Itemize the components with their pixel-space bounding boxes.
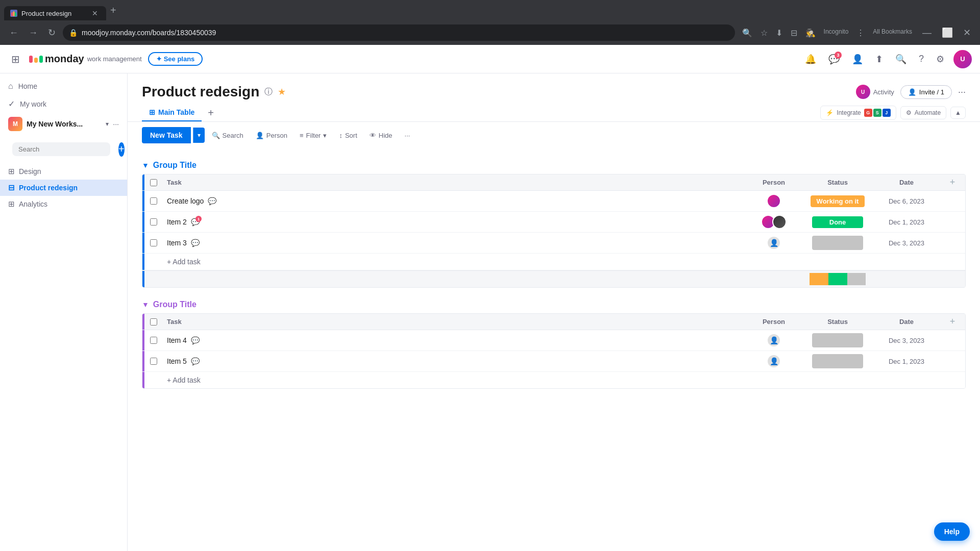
g2-header-add-col[interactable]: + (940, 316, 965, 327)
board-star-icon[interactable]: ★ (278, 86, 286, 97)
status-badge[interactable]: Done (812, 216, 863, 228)
row-1-check[interactable] (144, 197, 163, 205)
workspace-more-btn[interactable]: ··· (113, 120, 119, 128)
see-plans-btn[interactable]: ✦ See plans (148, 52, 203, 66)
browser-search-btn[interactable]: 🔍 (739, 25, 755, 41)
row-2-task-name[interactable]: Item 2 (167, 218, 187, 226)
sidebar-search-input[interactable] (12, 142, 110, 156)
board-info-icon[interactable]: ⓘ (264, 87, 273, 97)
row-5-checkbox[interactable] (150, 358, 157, 365)
invite-btn[interactable]: 👤 Invite / 1 (900, 85, 952, 99)
upgrade-btn[interactable]: ⬆ (872, 51, 886, 68)
row-4-date[interactable]: Dec 3, 2023 (873, 334, 940, 347)
status-badge-empty[interactable] (812, 354, 863, 368)
board-more-btn[interactable]: ··· (958, 87, 966, 97)
workspace-item[interactable]: M My New Works... ▾ ··· (0, 113, 127, 135)
browser-bookmark-btn[interactable]: ☆ (757, 25, 771, 41)
chat-icon[interactable]: 💬 1 (191, 218, 200, 226)
help-btn-header[interactable]: ? (916, 51, 927, 67)
toolbar-hide-btn[interactable]: 👁 Hide (364, 128, 398, 143)
row-3-date[interactable]: Dec 3, 2023 (873, 236, 940, 250)
add-task-cell[interactable]: + Add task (163, 254, 746, 270)
row-4-task-name[interactable]: Item 4 (167, 336, 187, 344)
toolbar-person-btn[interactable]: 👤 Person (251, 128, 292, 143)
row-2-status[interactable]: Done (802, 214, 873, 230)
activity-btn[interactable]: U Activity (856, 85, 894, 99)
toolbar-search-btn[interactable]: 🔍 Search (207, 128, 249, 143)
global-search-btn[interactable]: 🔍 (892, 51, 910, 68)
new-tab-btn[interactable]: + (106, 3, 120, 18)
collapse-tabs-btn[interactable]: ▲ (950, 107, 966, 119)
group-2-title[interactable]: Group Title (153, 300, 197, 309)
g2-add-task-cell[interactable]: + Add task (163, 372, 746, 388)
row-4-person[interactable]: 👤 (746, 330, 802, 350)
row-2-check[interactable] (144, 218, 163, 226)
sidebar-item-product-redesign[interactable]: ⊟ Product redesign (0, 180, 127, 196)
incognito-btn[interactable]: 🕵 (802, 25, 819, 41)
automate-btn[interactable]: ⚙ Automate (900, 106, 946, 119)
row-4-status[interactable] (802, 331, 873, 349)
tab-close-btn[interactable]: ✕ (92, 9, 98, 17)
g2-header-checkbox[interactable] (150, 318, 157, 325)
sidebar-item-my-work[interactable]: ✓ My work (0, 95, 127, 113)
browser-sidebar-btn[interactable]: ⊟ (788, 25, 800, 41)
row-3-person[interactable]: 👤 (746, 233, 802, 253)
toolbar-filter-btn[interactable]: ≡ Filter ▾ (295, 128, 332, 143)
person-avatar-2[interactable] (772, 215, 787, 229)
minimize-btn[interactable]: — (919, 24, 935, 41)
refresh-btn[interactable]: ↻ (45, 24, 59, 41)
help-floating-btn[interactable]: Help (934, 522, 970, 541)
new-task-dropdown-btn[interactable]: ▾ (193, 128, 205, 143)
browser-menu-btn[interactable]: ⋮ (853, 25, 868, 41)
sidebar-item-design[interactable]: ⊞ Design (0, 163, 127, 180)
address-bar[interactable]: 🔒 moodjoy.monday.com/boards/1830450039 (63, 24, 735, 41)
add-tab-btn[interactable]: + (204, 105, 218, 121)
row-2-date[interactable]: Dec 1, 2023 (873, 215, 940, 229)
row-5-person[interactable]: 👤 (746, 351, 802, 371)
maximize-btn[interactable]: ⬜ (939, 24, 956, 41)
add-task-row-1[interactable]: + Add task (142, 254, 965, 270)
chat-icon[interactable]: 💬 (191, 357, 200, 365)
user-avatar[interactable]: U (953, 50, 972, 68)
row-3-checkbox[interactable] (150, 239, 157, 246)
chat-icon[interactable]: 💬 (191, 239, 200, 247)
header-checkbox[interactable] (150, 179, 157, 186)
status-badge[interactable]: Working on it (811, 195, 865, 207)
toolbar-more-btn[interactable]: ··· (400, 128, 415, 143)
row-1-task-name[interactable]: Create logo (167, 197, 204, 205)
header-add-col[interactable]: + (940, 177, 965, 188)
row-5-task-name[interactable]: Item 5 (167, 357, 187, 365)
row-5-date[interactable]: Dec 1, 2023 (873, 355, 940, 368)
status-badge-empty[interactable] (812, 236, 863, 250)
row-1-person[interactable] (746, 191, 802, 211)
sidebar-item-analytics[interactable]: ⊞ Analytics (0, 196, 127, 212)
inbox-btn[interactable]: 💬 3 (825, 51, 843, 68)
window-close-btn[interactable]: ✕ (960, 24, 974, 41)
settings-btn[interactable]: ⚙ (933, 51, 947, 68)
header-check[interactable] (144, 179, 163, 186)
sidebar-item-home[interactable]: ⌂ Home (0, 78, 127, 95)
tab-main-table[interactable]: ⊞ Main Table (142, 104, 202, 121)
row-5-check[interactable] (144, 358, 163, 365)
person-avatar-empty[interactable]: 👤 (767, 333, 781, 347)
group-2-collapse-btn[interactable]: ▼ (142, 300, 149, 309)
row-1-status[interactable]: Working on it (802, 193, 873, 209)
row-5-status[interactable] (802, 352, 873, 370)
chat-icon[interactable]: 💬 (191, 336, 200, 344)
status-badge-empty[interactable] (812, 333, 863, 347)
chat-icon[interactable]: 💬 (208, 197, 216, 205)
g2-header-check[interactable] (144, 318, 163, 325)
back-btn[interactable]: ← (6, 24, 21, 41)
browser-tab-active[interactable]: Product redesign ✕ (4, 6, 106, 20)
row-3-status[interactable] (802, 234, 873, 252)
row-1-date[interactable]: Dec 6, 2023 (873, 194, 940, 208)
sidebar-add-btn[interactable]: + (118, 142, 125, 157)
add-task-row-2[interactable]: + Add task (142, 372, 965, 388)
browser-download-btn[interactable]: ⬇ (773, 25, 786, 41)
person-avatar-1[interactable] (767, 194, 781, 208)
person-avatar-empty[interactable]: 👤 (767, 236, 781, 250)
forward-btn[interactable]: → (26, 24, 41, 41)
group-1-title[interactable]: Group Title (153, 161, 197, 170)
row-2-checkbox[interactable] (150, 218, 157, 226)
group-1-collapse-btn[interactable]: ▼ (142, 161, 149, 169)
